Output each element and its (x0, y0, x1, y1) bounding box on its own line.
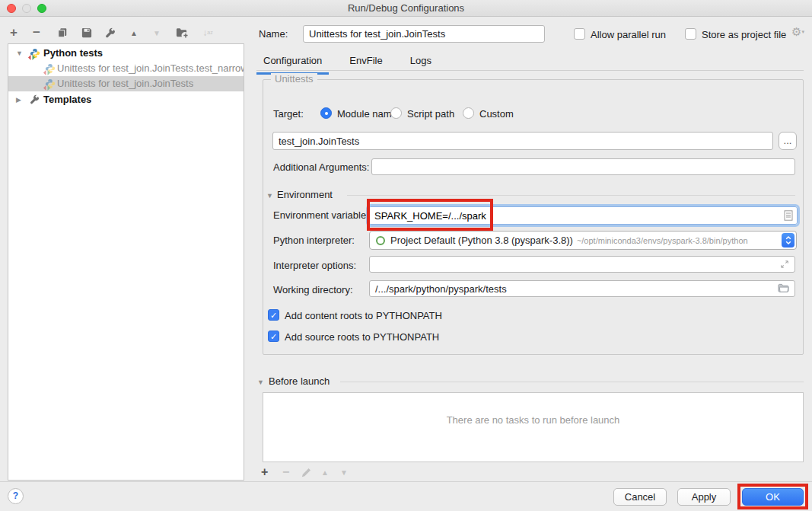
gear-icon[interactable]: ⚙▾ (791, 25, 804, 39)
target-script-path-radio[interactable] (390, 107, 402, 119)
tree-item-templates[interactable]: ▶ Templates (8, 92, 244, 107)
add-source-roots-checkbox[interactable]: ✓ (268, 331, 279, 342)
tree-item-python-tests[interactable]: ▼ Python tests (8, 46, 244, 61)
environment-collapse-arrow-icon[interactable]: ▼ (266, 192, 273, 200)
before-launch-line (340, 382, 804, 382)
create-new-folder-icon[interactable] (175, 25, 189, 40)
cancel-button[interactable]: Cancel (613, 488, 667, 506)
working-directory-label: Working directory: (273, 284, 353, 295)
target-custom-label: Custom (479, 108, 514, 120)
move-up-icon[interactable]: ▲ (128, 25, 140, 40)
name-input[interactable] (303, 25, 545, 43)
add-content-roots-checkbox[interactable]: ✓ (268, 309, 279, 321)
expanded-arrow-icon[interactable]: ▼ (16, 50, 23, 57)
tab-logs[interactable]: Logs (403, 52, 438, 75)
apply-button[interactable]: Apply (677, 488, 731, 506)
additional-arguments-input[interactable] (371, 158, 795, 175)
store-as-project-file-label: Store as project file (702, 29, 786, 40)
python-interpreter-label: Python interpreter: (273, 235, 355, 246)
browse-env-vars-icon[interactable] (784, 210, 793, 221)
target-label: Target: (273, 108, 304, 120)
allow-parallel-run-checkbox[interactable] (574, 28, 585, 40)
interpreter-options-label: Interpreter options: (273, 260, 356, 271)
python-test-config-icon (45, 63, 56, 76)
tab-envfile[interactable]: EnvFile (342, 52, 389, 75)
before-launch-empty-message: There are no tasks to run before launch (263, 414, 803, 426)
tab-bar: Configuration EnvFile Logs (256, 52, 438, 75)
annotation-box-env-variables (367, 199, 493, 231)
remove-task-icon[interactable]: − (282, 465, 289, 479)
working-directory-input[interactable] (369, 280, 795, 297)
additional-arguments-label: Additional Arguments: (273, 161, 369, 173)
python-test-config-icon (45, 78, 56, 91)
before-launch-title: Before launch (269, 375, 330, 387)
unittests-group-title: Unittests (271, 73, 317, 85)
target-custom-radio[interactable] (463, 107, 474, 119)
before-launch-tasks-list: There are no tasks to run before launch (263, 392, 804, 462)
help-button[interactable]: ? (8, 488, 24, 504)
title-bar: Run/Debug Configurations (0, 0, 812, 17)
tree-item-unittest-jointests-selected[interactable]: Unittests for test_join.JoinTests (8, 76, 244, 91)
templates-wrench-icon (30, 94, 40, 107)
before-launch-collapse-arrow-icon[interactable]: ▼ (257, 378, 264, 386)
interpreter-options-input[interactable] (369, 256, 795, 273)
tree-item-label: Unittests for test_join.JoinTests.test_n… (57, 62, 244, 74)
browse-module-button[interactable]: ... (779, 132, 797, 150)
store-as-project-file-checkbox[interactable] (685, 28, 696, 40)
python-interpreter-select[interactable]: Project Default (Python 3.8 (pyspark-3.8… (369, 231, 797, 250)
expand-field-icon[interactable] (780, 260, 789, 269)
copy-configuration-icon[interactable] (56, 25, 68, 40)
tab-configuration[interactable]: Configuration (256, 52, 329, 75)
browse-folder-icon[interactable] (778, 283, 789, 293)
conda-environment-icon (376, 236, 385, 245)
add-content-roots-label: Add content roots to PYTHONPATH (285, 310, 442, 321)
environment-section-title: Environment (277, 189, 333, 200)
add-source-roots-label: Add source roots to PYTHONPATH (285, 331, 439, 343)
target-module-name-label: Module name (337, 108, 397, 120)
tree-item-label: Templates (43, 94, 91, 105)
tree-item-label: Unittests for test_join.JoinTests (57, 78, 193, 89)
move-down-icon[interactable]: ▼ (151, 25, 163, 40)
remove-configuration-icon[interactable]: − (30, 25, 43, 40)
edit-templates-icon[interactable] (104, 25, 116, 40)
move-task-up-icon[interactable]: ▲ (321, 465, 329, 479)
target-module-name-radio[interactable] (320, 107, 332, 119)
edit-task-icon[interactable] (301, 465, 311, 479)
module-name-input[interactable] (272, 132, 773, 150)
sort-configurations-icon[interactable]: ↓az (201, 25, 215, 40)
run-debug-configurations-dialog: Run/Debug Configurations + − ▲ ▼ ↓az ▼ P… (0, 0, 812, 511)
environment-variables-label: Environment variables: (273, 209, 374, 221)
collapsed-arrow-icon[interactable]: ▶ (16, 96, 21, 104)
allow-parallel-run-label: Allow parallel run (591, 29, 666, 40)
python-interpreter-value: Project Default (Python 3.8 (pyspark-3.8… (390, 235, 573, 246)
unittests-group: Unittests Target: Module name Script pat… (263, 79, 804, 355)
python-interpreter-path: ~/opt/miniconda3/envs/pyspark-3.8/bin/py… (577, 236, 748, 245)
footer-separator (0, 481, 812, 482)
name-label: Name: (259, 28, 288, 40)
python-tests-icon (30, 48, 40, 61)
combo-stepper-icon[interactable] (782, 233, 794, 248)
move-task-down-icon[interactable]: ▼ (340, 465, 348, 479)
configurations-tree: ▼ Python tests Unittests for test_join.J… (8, 43, 244, 481)
target-script-path-label: Script path (407, 108, 454, 120)
tree-item-unittest-narrow[interactable]: Unittests for test_join.JoinTests.test_n… (8, 61, 244, 76)
tab-separator (256, 70, 804, 71)
add-task-icon[interactable]: + (261, 465, 268, 479)
annotation-box-ok-button (737, 484, 808, 509)
save-configuration-icon[interactable] (81, 25, 93, 40)
tree-item-label: Python tests (43, 47, 103, 59)
window-title: Run/Debug Configurations (0, 2, 812, 14)
add-configuration-icon[interactable]: + (8, 25, 20, 40)
environment-section-line (347, 195, 795, 196)
